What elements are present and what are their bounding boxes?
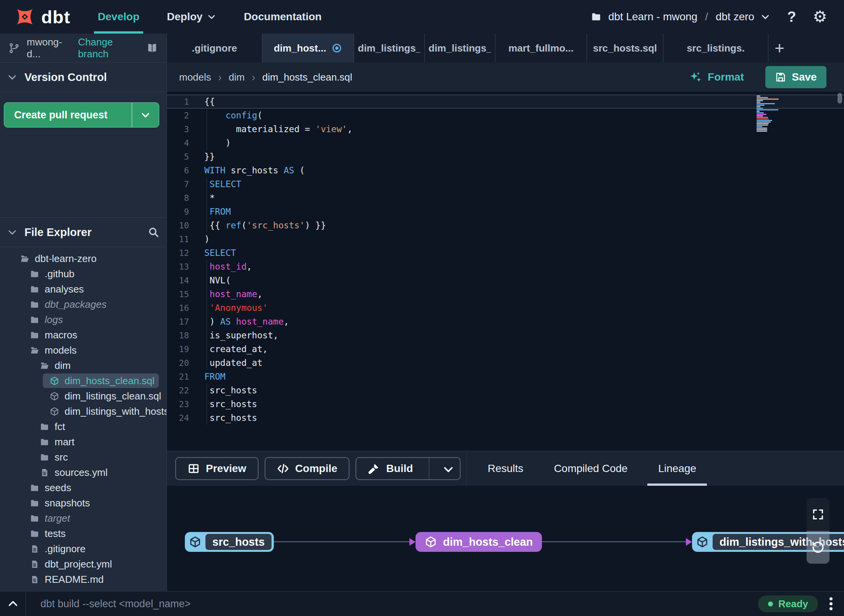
code-line-8[interactable]: 8 * xyxy=(167,191,844,205)
editor-scrollbar-thumb[interactable] xyxy=(838,93,842,103)
tree-item-dbt_packages[interactable]: dbt_packages xyxy=(0,297,167,312)
tree-item-dbt_project.yml[interactable]: dbt_project.yml xyxy=(0,556,167,572)
tree-item-README.md[interactable]: README.md xyxy=(0,572,167,587)
command-bar-toggle[interactable] xyxy=(0,592,26,616)
code-line-6[interactable]: 6WITH src_hosts AS ( xyxy=(167,163,844,177)
code-token: {{ xyxy=(204,97,215,107)
folder-icon xyxy=(30,269,39,279)
code-line-7[interactable]: 7 SELECT xyxy=(167,177,844,191)
panel-tab-compiled-code[interactable]: Compiled Code xyxy=(538,451,643,486)
add-tab-button[interactable]: + xyxy=(768,34,791,63)
tree-item-.github[interactable]: .github xyxy=(0,266,167,281)
nav-item-documentation[interactable]: Documentation xyxy=(244,0,322,34)
code-line-13[interactable]: 13 host_id, xyxy=(167,260,844,273)
build-button[interactable]: Build xyxy=(356,457,461,480)
breadcrumb-item[interactable]: dim xyxy=(229,71,245,83)
editor-tab-dim_listings_...[interactable]: dim_listings_... xyxy=(425,34,495,63)
tree-item-macros[interactable]: macros xyxy=(0,327,167,343)
code-line-20[interactable]: 20 updated_at xyxy=(167,356,844,370)
editor-tab-.gitignore[interactable]: .gitignore xyxy=(167,34,262,63)
tree-item-logs[interactable]: logs xyxy=(0,312,167,327)
tree-item-dbt-learn-zero[interactable]: dbt-learn-zero xyxy=(0,251,167,266)
create-pull-request-button[interactable]: Create pull request xyxy=(4,102,159,128)
line-number: 22 xyxy=(167,386,189,395)
code-line-21[interactable]: 21FROM xyxy=(167,370,844,383)
code-line-3[interactable]: 3 materialized = 'view', xyxy=(167,122,844,136)
code-line-19[interactable]: 19 created_at, xyxy=(167,342,844,356)
search-icon[interactable] xyxy=(147,226,160,238)
tree-item-analyses[interactable]: analyses xyxy=(0,281,167,297)
tree-item-mart[interactable]: mart xyxy=(0,434,167,449)
code-line-10[interactable]: 10 {{ ref('src_hosts') }} xyxy=(167,218,844,232)
tree-item-dim_listings_clean.sql[interactable]: dim_listings_clean.sql xyxy=(0,388,167,404)
code-line-15[interactable]: 15 host_name, xyxy=(167,287,844,301)
tree-item-dim[interactable]: dim xyxy=(0,358,167,373)
tree-item-tests[interactable]: tests xyxy=(0,526,167,541)
code-line-5[interactable]: 5}} xyxy=(167,150,844,163)
build-options-button[interactable] xyxy=(435,458,460,479)
panel-tab-lineage[interactable]: Lineage xyxy=(643,451,711,486)
format-button[interactable]: Format xyxy=(689,71,744,84)
lineage-node-src_hosts[interactable]: src_hosts xyxy=(185,532,274,552)
build-main-button[interactable]: Build xyxy=(356,458,423,479)
overflow-menu-button[interactable] xyxy=(828,596,834,612)
dbt-logo[interactable]: dbt xyxy=(14,6,70,28)
tree-item-snapshots[interactable]: snapshots xyxy=(0,495,167,511)
change-branch-link[interactable]: Change branch xyxy=(78,36,139,60)
version-control-header[interactable]: Version Control xyxy=(0,63,167,92)
breadcrumb-item[interactable]: dim_hosts_clean.sql xyxy=(262,71,352,83)
pull-request-options-button[interactable] xyxy=(132,103,159,127)
tree-item-dim_listings_with_hosts...[interactable]: dim_listings_with_hosts... xyxy=(0,404,167,419)
tree-item-seeds[interactable]: seeds xyxy=(0,480,167,495)
save-button[interactable]: Save xyxy=(765,66,826,88)
code-line-22[interactable]: 22 src_hosts xyxy=(167,383,844,397)
tree-item-target[interactable]: target xyxy=(0,511,167,526)
code-line-2[interactable]: 2 config( xyxy=(167,108,844,122)
code-line-1[interactable]: 1{{ xyxy=(167,95,844,108)
compile-button[interactable]: Compile xyxy=(265,457,349,480)
line-number: 13 xyxy=(167,262,189,272)
code-line-12[interactable]: 12SELECT xyxy=(167,246,844,260)
lineage-fullscreen-button[interactable] xyxy=(807,498,829,531)
code-editor[interactable]: 1{{2 config(3 materialized = 'view',4 )5… xyxy=(167,92,844,451)
editor-tab-dim_listings_...[interactable]: dim_listings_... xyxy=(354,34,425,63)
code-line-4[interactable]: 4 ) xyxy=(167,136,844,150)
code-line-17[interactable]: 17 ) AS host_name, xyxy=(167,315,844,328)
project-selector[interactable]: dbt Learn - mwong / dbt zero xyxy=(590,11,770,23)
nav-item-develop[interactable]: Develop xyxy=(98,0,139,34)
code-line-14[interactable]: 14 NVL( xyxy=(167,273,844,287)
tree-item-src[interactable]: src xyxy=(0,449,167,465)
code-line-11[interactable]: 11) xyxy=(167,232,844,246)
lineage-node-dim_hosts_clean[interactable]: dim_hosts_clean xyxy=(416,532,542,552)
code-line-16[interactable]: 16 'Anonymous' xyxy=(167,301,844,315)
docs-book-icon[interactable] xyxy=(146,42,158,54)
code-line-23[interactable]: 23 src_hosts xyxy=(167,397,844,411)
lineage-refresh-button[interactable] xyxy=(807,531,829,564)
tree-item-dim_hosts_clean.sql[interactable]: dim_hosts_clean.sql xyxy=(0,373,167,388)
model-cube-icon xyxy=(425,536,437,548)
tree-item-sources.yml[interactable]: sources.yml xyxy=(0,465,167,480)
breadcrumb-item[interactable]: models xyxy=(179,71,211,83)
tree-item-models[interactable]: models xyxy=(0,343,167,358)
code-line-18[interactable]: 18 is_superhost, xyxy=(167,328,844,342)
editor-tab-dim_host...[interactable]: dim_host... xyxy=(262,34,354,63)
panel-tab-results[interactable]: Results xyxy=(472,451,538,486)
command-input[interactable]: dbt build --select <model_name> xyxy=(40,598,191,610)
code-line-9[interactable]: 9 FROM xyxy=(167,205,844,218)
tree-item-fct[interactable]: fct xyxy=(0,419,167,434)
main-area: .gitignoredim_host...dim_listings_...dim… xyxy=(167,34,844,591)
file-explorer-header[interactable]: File Explorer xyxy=(0,218,167,247)
editor-tab-src_hosts.sql[interactable]: src_hosts.sql xyxy=(587,34,663,63)
editor-minimap[interactable] xyxy=(757,95,780,132)
help-button[interactable]: ? xyxy=(787,9,796,25)
preview-button[interactable]: Preview xyxy=(175,457,259,480)
editor-tab-src_listings.[interactable]: src_listings. xyxy=(663,34,768,63)
code-line-24[interactable]: 24 src_hosts xyxy=(167,411,844,425)
settings-gear-icon[interactable]: ⚙ xyxy=(813,9,827,25)
editor-tab-mart_fullmo...[interactable]: mart_fullmo... xyxy=(495,34,587,63)
nav-item-deploy[interactable]: Deploy xyxy=(167,0,216,34)
minimap-line xyxy=(757,115,763,116)
code-text: is_superhost, xyxy=(189,330,278,340)
create-pull-request-label[interactable]: Create pull request xyxy=(4,103,132,127)
tree-item-.gitignore[interactable]: .gitignore xyxy=(0,541,167,556)
